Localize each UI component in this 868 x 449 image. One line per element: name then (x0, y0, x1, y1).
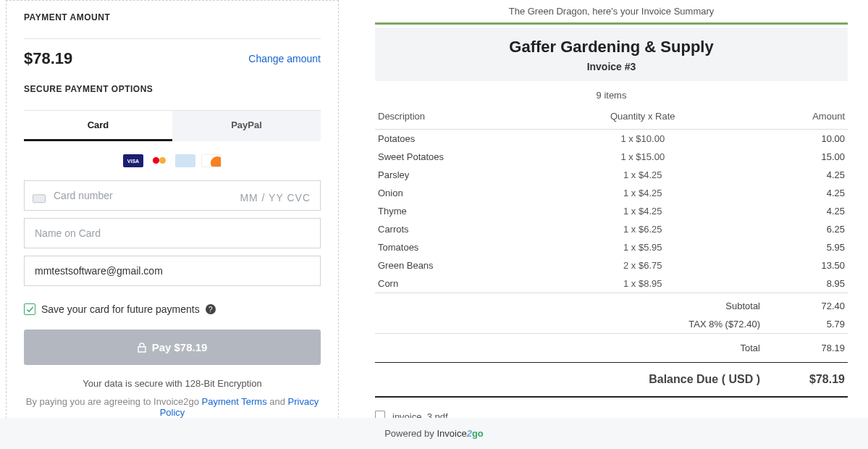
invoice-number: Invoice #3 (375, 61, 848, 72)
lock-icon (138, 343, 146, 353)
table-row: Thyme1 x $4.254.25 (375, 202, 848, 220)
item-quantity-rate: 1 x $8.95 (523, 274, 763, 293)
email-input[interactable] (24, 256, 321, 286)
item-amount: 5.95 (763, 238, 848, 256)
item-description: Corn (375, 274, 523, 293)
balance-due-value: $78.19 (763, 363, 848, 398)
secure-payment-options-label: SECURE PAYMENT OPTIONS (24, 84, 321, 101)
item-amount: 8.95 (763, 274, 848, 293)
item-amount: 10.00 (763, 130, 848, 148)
discover-icon (201, 154, 222, 167)
subtotal-label: Subtotal (523, 293, 763, 316)
terms-note: By paying you are agreeing to Invoice2go… (24, 396, 321, 418)
item-description: Potatoes (375, 130, 523, 148)
items-count: 9 items (375, 90, 848, 101)
item-quantity-rate: 1 x $10.00 (523, 130, 763, 148)
item-description: Parsley (375, 166, 523, 184)
tab-paypal[interactable]: PayPal (172, 111, 321, 141)
invoice-panel: The Green Dragon, here's your Invoice Su… (375, 0, 862, 433)
payment-amount: $78.19 (24, 49, 72, 68)
invoice2go-logo: Invoice2go (437, 428, 483, 439)
company-name: Gaffer Gardening & Supply (375, 38, 848, 56)
table-row: Parsley1 x $4.254.25 (375, 166, 848, 184)
item-quantity-rate: 1 x $4.25 (523, 166, 763, 184)
total-value: 78.19 (763, 334, 848, 363)
table-row: Tomatoes1 x $5.955.95 (375, 238, 848, 256)
item-quantity-rate: 1 x $4.25 (523, 202, 763, 220)
item-quantity-rate: 1 x $4.25 (523, 184, 763, 202)
table-row: Carrots1 x $6.256.25 (375, 220, 848, 238)
save-card-checkbox[interactable] (24, 303, 35, 315)
tax-value: 5.79 (763, 315, 848, 334)
item-amount: 6.25 (763, 220, 848, 238)
invoice-items-table: Description Quantity x Rate Amount Potat… (375, 106, 848, 398)
item-amount: 4.25 (763, 166, 848, 184)
item-amount: 4.25 (763, 202, 848, 220)
card-icon (33, 194, 46, 203)
save-card-label: Save your card for future payments (41, 303, 200, 315)
payment-panel: PAYMENT AMOUNT $78.19 Change amount SECU… (6, 0, 339, 433)
item-description: Onion (375, 184, 523, 202)
col-description: Description (375, 106, 523, 130)
col-amount: Amount (763, 106, 848, 130)
subtotal-value: 72.40 (763, 293, 848, 316)
item-description: Sweet Potatoes (375, 148, 523, 166)
pay-button[interactable]: Pay $78.19 (24, 330, 321, 365)
tab-card[interactable]: Card (24, 111, 172, 141)
card-expiry-cvc-placeholder: MM / YY CVC (240, 192, 311, 203)
help-icon[interactable]: ? (206, 304, 216, 314)
table-row: Corn1 x $8.958.95 (375, 274, 848, 293)
divider (375, 22, 848, 25)
item-description: Carrots (375, 220, 523, 238)
item-quantity-rate: 1 x $5.95 (523, 238, 763, 256)
total-label: Total (523, 334, 763, 363)
card-brand-icons: VISA (24, 154, 321, 167)
item-description: Tomatoes (375, 238, 523, 256)
item-quantity-rate: 1 x $15.00 (523, 148, 763, 166)
name-on-card-input[interactable] (24, 218, 321, 248)
table-row: Green Beans2 x $6.7513.50 (375, 256, 848, 274)
invoice-summary-lead: The Green Dragon, here's your Invoice Su… (375, 6, 848, 17)
pay-button-label: Pay $78.19 (152, 341, 208, 353)
table-row: Onion1 x $4.254.25 (375, 184, 848, 202)
table-row: Sweet Potatoes1 x $15.0015.00 (375, 148, 848, 166)
balance-due-label: Balance Due ( USD ) (523, 363, 763, 398)
item-quantity-rate: 2 x $6.75 (523, 256, 763, 274)
visa-icon: VISA (123, 154, 143, 167)
item-amount: 4.25 (763, 184, 848, 202)
col-quantity-rate: Quantity x Rate (523, 106, 763, 130)
payment-amount-label: PAYMENT AMOUNT (24, 12, 321, 30)
payment-method-tabs: Card PayPal (24, 110, 321, 141)
item-amount: 13.50 (763, 256, 848, 274)
table-row: Potatoes1 x $10.0010.00 (375, 130, 848, 148)
tax-label: TAX 8% ($72.40) (523, 315, 763, 334)
item-amount: 15.00 (763, 148, 848, 166)
item-description: Green Beans (375, 256, 523, 274)
item-quantity-rate: 1 x $6.25 (523, 220, 763, 238)
encryption-note: Your data is secure with 128-Bit Encrypt… (24, 378, 321, 389)
change-amount-link[interactable]: Change amount (248, 53, 321, 64)
amex-icon (175, 154, 195, 167)
item-description: Thyme (375, 202, 523, 220)
mastercard-icon (149, 154, 169, 167)
footer: Powered by Invoice2go (0, 418, 868, 449)
payment-terms-link[interactable]: Payment Terms (202, 396, 267, 407)
